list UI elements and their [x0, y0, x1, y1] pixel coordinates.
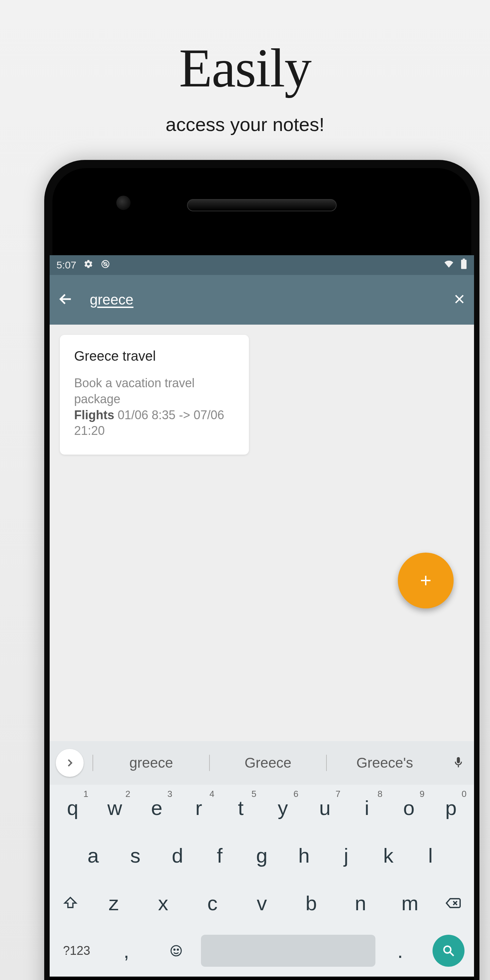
phone-frame: 5:07 greece: [44, 160, 479, 980]
key-g[interactable]: g: [241, 835, 283, 876]
key-u[interactable]: u7: [304, 788, 346, 828]
svg-rect-10: [458, 765, 459, 767]
key-a[interactable]: a: [72, 835, 114, 876]
wifi-icon: [444, 259, 454, 271]
key-e[interactable]: e3: [136, 788, 178, 828]
emoji-key[interactable]: [151, 930, 201, 971]
suggestion-1[interactable]: greece: [92, 755, 209, 771]
close-icon[interactable]: [453, 293, 466, 307]
gear-icon: [84, 259, 93, 271]
key-i[interactable]: i8: [346, 788, 388, 828]
dnd-icon: [101, 259, 110, 271]
phone-camera: [116, 196, 130, 210]
svg-point-16: [444, 946, 451, 953]
period-key[interactable]: .: [376, 930, 425, 971]
key-c[interactable]: c: [188, 883, 237, 924]
battery-icon: [460, 259, 467, 272]
keyboard: q1w2e3r4t5y6u7i8o9p0 asdfghjkl zxcvbnm ?…: [50, 785, 474, 977]
key-x[interactable]: x: [138, 883, 188, 924]
promo-header: Easily access your notes!: [0, 0, 490, 135]
status-bar: 5:07: [50, 255, 474, 275]
key-v[interactable]: v: [237, 883, 286, 924]
key-w[interactable]: w2: [94, 788, 136, 828]
key-p[interactable]: p0: [430, 788, 472, 828]
key-r[interactable]: r4: [178, 788, 220, 828]
expand-suggestions-button[interactable]: [56, 749, 84, 777]
spacebar-key[interactable]: [201, 935, 375, 967]
mic-icon[interactable]: [449, 756, 468, 770]
key-k[interactable]: k: [367, 835, 409, 876]
svg-point-15: [177, 949, 178, 950]
numpad-key[interactable]: ?123: [52, 930, 101, 971]
shift-key[interactable]: [52, 883, 89, 924]
key-z[interactable]: z: [89, 883, 138, 924]
comma-key[interactable]: ,: [101, 930, 151, 971]
svg-point-14: [174, 949, 175, 950]
search-input[interactable]: greece: [90, 292, 133, 308]
note-body-line: Book a vacation travel package: [74, 376, 195, 406]
suggestion-3[interactable]: Greece's: [326, 755, 443, 771]
svg-rect-3: [461, 259, 466, 269]
suggestion-2[interactable]: Greece: [209, 755, 326, 771]
add-note-fab[interactable]: [398, 553, 454, 608]
note-body-strong: Flights: [74, 408, 114, 422]
backspace-key[interactable]: [434, 883, 472, 924]
key-s[interactable]: s: [114, 835, 156, 876]
content-area: Greece travel Book a vacation travel pac…: [50, 325, 474, 741]
promo-subhead: access your notes!: [0, 113, 490, 135]
note-card[interactable]: Greece travel Book a vacation travel pac…: [60, 335, 249, 455]
keyboard-suggestions: greece Greece Greece's: [50, 741, 474, 785]
status-time: 5:07: [56, 259, 76, 271]
app-bar: greece: [50, 275, 474, 325]
svg-line-17: [450, 953, 454, 956]
search-key[interactable]: [433, 935, 465, 967]
key-b[interactable]: b: [287, 883, 336, 924]
key-q[interactable]: q1: [52, 788, 94, 828]
android-nav-bar: [50, 977, 474, 980]
key-j[interactable]: j: [325, 835, 367, 876]
note-title: Greece travel: [74, 348, 235, 364]
back-arrow-icon[interactable]: [58, 291, 73, 308]
svg-rect-4: [463, 259, 465, 259]
phone-screen: 5:07 greece: [50, 255, 474, 980]
promo-headline: Easily: [0, 37, 490, 100]
key-o[interactable]: o9: [388, 788, 430, 828]
key-m[interactable]: m: [385, 883, 434, 924]
key-l[interactable]: l: [409, 835, 452, 876]
key-y[interactable]: y6: [262, 788, 304, 828]
key-n[interactable]: n: [336, 883, 385, 924]
key-t[interactable]: t5: [220, 788, 262, 828]
key-f[interactable]: f: [198, 835, 241, 876]
note-body: Book a vacation travel package Flights 0…: [74, 375, 235, 439]
phone-speaker: [187, 199, 337, 211]
key-h[interactable]: h: [283, 835, 325, 876]
key-d[interactable]: d: [156, 835, 198, 876]
svg-point-13: [171, 946, 181, 956]
